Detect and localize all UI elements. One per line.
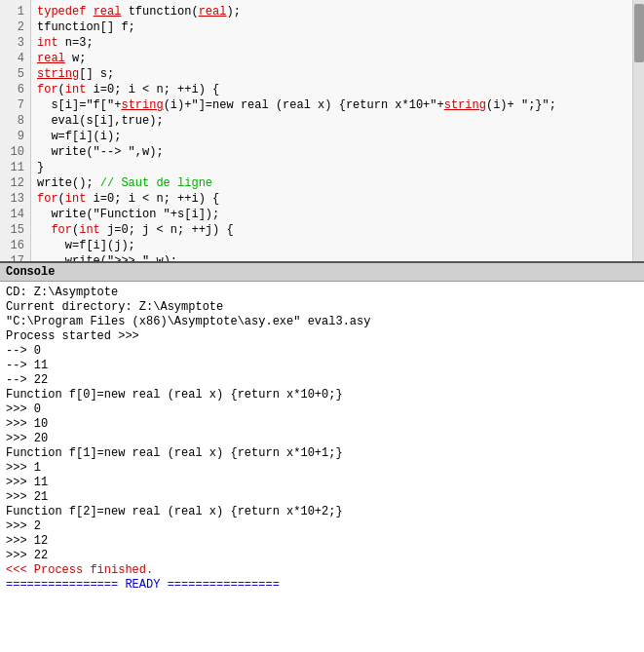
- scrollbar-thumb[interactable]: [634, 4, 644, 62]
- code-line: write("Function "+s[i]);: [37, 207, 626, 222]
- line-number: 10: [6, 144, 24, 160]
- line-number: 13: [6, 191, 24, 207]
- line-number: 8: [6, 113, 24, 129]
- console-body[interactable]: CD: Z:\AsymptoteCurrent directory: Z:\As…: [0, 282, 644, 652]
- line-number: 7: [6, 97, 24, 113]
- code-line: write(">>> ",w);: [37, 253, 626, 261]
- line-number: 2: [6, 19, 24, 35]
- code-line: tfunction[] f;: [37, 19, 626, 35]
- code-line: int n=3;: [37, 35, 626, 51]
- code-line: for(int j=0; j < n; ++j) {: [37, 222, 626, 238]
- console-line: Function f[1]=new real (real x) {return …: [6, 446, 638, 461]
- console-line: --> 0: [6, 344, 638, 359]
- code-line: for(int i=0; i < n; ++i) {: [37, 82, 626, 97]
- console-line: >>> 12: [6, 534, 638, 549]
- line-number: 6: [6, 82, 24, 97]
- console-line: Function f[0]=new real (real x) {return …: [6, 388, 638, 403]
- line-number: 1: [6, 4, 24, 19]
- console-line: >>> 11: [6, 476, 638, 490]
- code-line: write("--> ",w);: [37, 144, 626, 160]
- code-line: typedef real tfunction(real);: [37, 4, 626, 19]
- console-line: >>> 20: [6, 432, 638, 446]
- line-number: 11: [6, 160, 24, 175]
- console-line: >>> 1: [6, 461, 638, 476]
- line-numbers: 12345678910111213141516171819: [0, 0, 31, 261]
- code-line: string[] s;: [37, 66, 626, 82]
- line-number: 16: [6, 238, 24, 253]
- code-line: w=f[i](j);: [37, 238, 626, 253]
- console-line: Process started >>>: [6, 329, 638, 344]
- line-number: 12: [6, 175, 24, 191]
- line-number: 9: [6, 129, 24, 144]
- console-line: ================ READY ================: [6, 578, 638, 593]
- editor-scrollbar[interactable]: [632, 0, 644, 261]
- console-line: <<< Process finished.: [6, 563, 638, 578]
- code-line: w=f[i](i);: [37, 129, 626, 144]
- code-content[interactable]: typedef real tfunction(real);tfunction[]…: [31, 0, 632, 261]
- console-line: >>> 22: [6, 549, 638, 563]
- console-line: --> 11: [6, 359, 638, 373]
- line-number: 15: [6, 222, 24, 238]
- console-line: CD: Z:\Asymptote: [6, 286, 638, 300]
- console-line: >>> 10: [6, 417, 638, 432]
- code-line: eval(s[i],true);: [37, 113, 626, 129]
- console-line: Function f[2]=new real (real x) {return …: [6, 505, 638, 519]
- line-number: 3: [6, 35, 24, 51]
- code-line: for(int i=0; i < n; ++i) {: [37, 191, 626, 207]
- code-line: write(); // Saut de ligne: [37, 175, 626, 191]
- console-line: "C:\Program Files (x86)\Asymptote\asy.ex…: [6, 315, 638, 329]
- console-line: >>> 21: [6, 490, 638, 505]
- console-line: >>> 2: [6, 519, 638, 534]
- console-line: >>> 0: [6, 403, 638, 417]
- line-number: 14: [6, 207, 24, 222]
- line-number: 17: [6, 253, 24, 263]
- code-line: real w;: [37, 51, 626, 66]
- code-line: }: [37, 160, 626, 175]
- console-line: --> 22: [6, 373, 638, 388]
- code-line: s[i]="f["+string(i)+"]=new real (real x)…: [37, 97, 626, 113]
- line-number: 4: [6, 51, 24, 66]
- line-number: 5: [6, 66, 24, 82]
- code-editor[interactable]: 12345678910111213141516171819 typedef re…: [0, 0, 644, 263]
- console-line: Current directory: Z:\Asymptote: [6, 300, 638, 315]
- console-header: Console: [0, 263, 644, 282]
